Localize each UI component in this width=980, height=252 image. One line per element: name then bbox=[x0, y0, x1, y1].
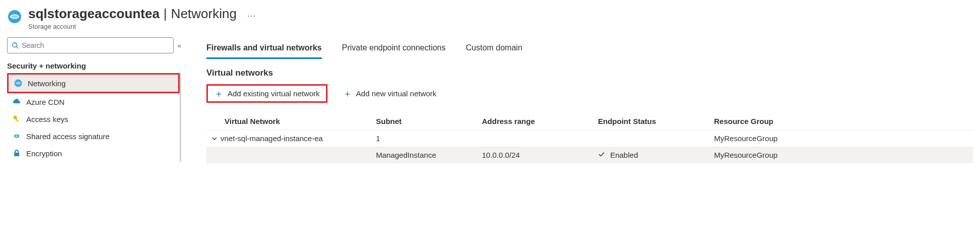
row-subnet: 1 bbox=[376, 134, 482, 143]
page-title: sqlstorageaccountea | Networking … bbox=[28, 6, 257, 22]
plus-icon: ＋ bbox=[214, 89, 224, 98]
row-rg: MyResourceGroup bbox=[714, 134, 973, 143]
svg-rect-7 bbox=[15, 118, 19, 122]
svg-rect-8 bbox=[14, 153, 19, 156]
sidebar: « Security + networking Networking Azure… bbox=[7, 37, 181, 163]
col-vnet: Virtual Network bbox=[225, 117, 376, 125]
more-icon[interactable]: … bbox=[247, 9, 257, 19]
sidebar-item-encryption[interactable]: Encryption bbox=[7, 145, 180, 162]
sidebar-item-label: Access keys bbox=[26, 115, 68, 123]
main-content: Firewalls and virtual networks Private e… bbox=[181, 37, 973, 163]
key-icon bbox=[12, 114, 21, 123]
plus-icon: ＋ bbox=[343, 89, 352, 98]
add-new-vnet-button[interactable]: ＋ Add new virtual network bbox=[337, 86, 443, 101]
collapse-sidebar-icon[interactable]: « bbox=[178, 42, 181, 49]
resource-type: Storage account bbox=[28, 23, 257, 30]
sidebar-item-label: Encryption bbox=[26, 149, 62, 158]
lock-icon bbox=[12, 149, 21, 158]
tab-private-endpoints[interactable]: Private endpoint connections bbox=[342, 40, 446, 59]
check-icon bbox=[598, 151, 607, 159]
search-icon bbox=[12, 42, 19, 49]
row-addr bbox=[482, 134, 598, 143]
col-address: Address range bbox=[482, 117, 598, 125]
sidebar-section-heading: Security + networking bbox=[7, 61, 181, 70]
tab-bar: Firewalls and virtual networks Private e… bbox=[206, 40, 973, 59]
page-header: sqlstorageaccountea | Networking … Stora… bbox=[7, 6, 973, 30]
table-header: Virtual Network Subnet Address range End… bbox=[206, 113, 973, 130]
button-label: Add new virtual network bbox=[356, 89, 437, 98]
sidebar-item-sas[interactable]: Shared access signature bbox=[7, 128, 180, 145]
search-input[interactable] bbox=[7, 37, 174, 53]
tab-firewalls[interactable]: Firewalls and virtual networks bbox=[206, 40, 322, 59]
sidebar-item-label: Azure CDN bbox=[26, 98, 65, 106]
button-label: Add existing virtual network bbox=[228, 89, 320, 98]
sidebar-item-label: Shared access signature bbox=[26, 132, 110, 141]
row-rg: MyResourceGroup bbox=[714, 151, 973, 159]
col-status: Endpoint Status bbox=[598, 117, 714, 125]
sidebar-item-networking[interactable]: Networking bbox=[9, 75, 178, 92]
vnet-section-title: Virtual networks bbox=[206, 68, 973, 78]
svg-point-6 bbox=[14, 116, 17, 119]
resource-name: sqlstorageaccountea bbox=[28, 6, 159, 22]
row-status bbox=[598, 134, 714, 143]
svg-point-2 bbox=[13, 43, 17, 47]
cloud-icon bbox=[12, 97, 21, 106]
col-subnet: Subnet bbox=[376, 117, 482, 125]
chevron-down-icon[interactable] bbox=[211, 136, 217, 142]
storage-account-icon bbox=[7, 9, 22, 24]
svg-line-3 bbox=[17, 47, 19, 49]
tab-custom-domain[interactable]: Custom domain bbox=[466, 40, 522, 59]
col-rg: Resource Group bbox=[714, 117, 973, 125]
sidebar-item-label: Networking bbox=[28, 79, 66, 88]
globe-icon bbox=[14, 79, 23, 88]
row-subnet: ManagedInstance bbox=[376, 151, 482, 159]
link-icon bbox=[12, 132, 21, 141]
table-row[interactable]: ManagedInstance 10.0.0.0/24 Enabled MyRe… bbox=[206, 147, 973, 163]
add-existing-vnet-button[interactable]: ＋ Add existing virtual network bbox=[206, 84, 328, 103]
row-status: Enabled bbox=[598, 151, 714, 159]
search-field[interactable] bbox=[22, 41, 169, 49]
svg-point-5 bbox=[16, 82, 21, 84]
row-vnet: vnet-sql-managed-instance-ea bbox=[221, 134, 323, 143]
sidebar-item-azure-cdn[interactable]: Azure CDN bbox=[7, 93, 180, 110]
sidebar-item-access-keys[interactable]: Access keys bbox=[7, 110, 180, 128]
row-addr: 10.0.0.0/24 bbox=[482, 151, 598, 159]
table-row[interactable]: vnet-sql-managed-instance-ea 1 MyResourc… bbox=[206, 130, 973, 147]
page-name: Networking bbox=[171, 6, 237, 22]
vnet-table: Virtual Network Subnet Address range End… bbox=[206, 113, 973, 163]
